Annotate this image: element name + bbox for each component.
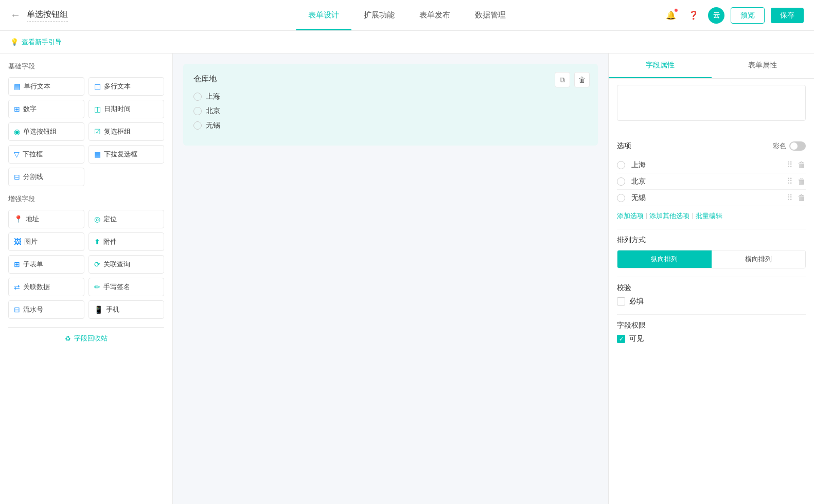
field-subtable[interactable]: ⊞ 子表单	[8, 255, 84, 274]
field-handwriting[interactable]: ✏ 手写签名	[89, 278, 165, 296]
main-layout: 基础字段 ▤ 单行文本 ▥ 多行文本 ⊞ 数字 ◫ 日期时间 ◉ 单选按钮组	[0, 53, 814, 504]
field-single-text[interactable]: ▤ 单行文本	[8, 77, 84, 96]
field-description-textarea[interactable]	[617, 85, 806, 121]
field-location[interactable]: ◎ 定位	[89, 210, 165, 228]
subtable-icon: ⊞	[14, 260, 20, 268]
option-radio-0[interactable]	[617, 161, 625, 169]
radio-circle-1[interactable]	[193, 107, 202, 115]
field-dropdown[interactable]: ▽ 下拉框	[8, 145, 84, 164]
field-checkbox[interactable]: ☑ 复选框组	[89, 122, 165, 141]
drag-handle-1[interactable]: ⠿	[787, 176, 793, 186]
location-label: 定位	[103, 214, 117, 224]
mobile-icon: 📱	[94, 305, 103, 314]
delete-option-0[interactable]: 🗑	[798, 160, 806, 170]
radio-circle-0[interactable]	[193, 93, 202, 101]
sort-horizontal-button[interactable]: 横向排列	[712, 250, 806, 268]
drag-handle-0[interactable]: ⠿	[787, 160, 793, 170]
color-toggle[interactable]	[789, 141, 806, 151]
perm-label: 字段权限	[617, 321, 806, 330]
delete-option-1[interactable]: 🗑	[798, 177, 806, 186]
nav-data-mgmt[interactable]: 数据管理	[463, 0, 518, 30]
attachment-label: 附件	[103, 237, 117, 246]
datetime-label: 日期时间	[104, 104, 131, 114]
header: ← 单选按钮组 表单设计 扩展功能 表单发布 数据管理 🔔 ❓ 云 预览 保存	[0, 0, 814, 31]
field-address[interactable]: 📍 地址	[8, 210, 84, 228]
radio-option-0: 上海	[193, 92, 588, 101]
validate-section: 校验 必填	[617, 283, 806, 306]
drag-handle-2[interactable]: ⠿	[787, 193, 793, 203]
address-icon: 📍	[14, 215, 23, 223]
radio-option-label-1: 北京	[206, 106, 220, 116]
serial-label: 流水号	[23, 305, 43, 314]
single-text-icon: ▤	[14, 82, 21, 91]
sort-vertical-button[interactable]: 纵向排列	[617, 250, 712, 268]
user-avatar[interactable]: 云	[708, 7, 724, 24]
handwriting-label: 手写签名	[103, 282, 130, 292]
radio-circle-2[interactable]	[193, 121, 202, 130]
required-row: 必填	[617, 297, 806, 306]
save-button[interactable]: 保存	[771, 8, 804, 23]
multi-text-label: 多行文本	[104, 82, 131, 91]
nav-extend[interactable]: 扩展功能	[351, 0, 407, 30]
option-text-2[interactable]: 无锡	[629, 193, 783, 203]
datetime-icon: ◫	[94, 105, 101, 113]
divider-3	[617, 277, 806, 277]
guide-link-text[interactable]: 查看新手引导	[22, 38, 62, 47]
field-related-data[interactable]: ⇄ 关联数据	[8, 278, 84, 296]
number-label: 数字	[23, 104, 37, 114]
back-button[interactable]: ←	[10, 9, 21, 21]
field-attachment[interactable]: ⬆ 附件	[89, 232, 165, 251]
field-image[interactable]: 🖼 图片	[8, 232, 84, 251]
preview-button[interactable]: 预览	[731, 7, 765, 24]
single-text-label: 单行文本	[24, 82, 50, 91]
radio-label: 单选按钮组	[23, 127, 57, 136]
field-radio[interactable]: ◉ 单选按钮组	[8, 122, 84, 141]
tab-field-properties[interactable]: 字段属性	[609, 53, 712, 78]
perm-section: 字段权限 可见	[617, 321, 806, 344]
sep-1: |	[646, 211, 647, 221]
field-serial[interactable]: ⊟ 流水号	[8, 300, 84, 319]
batch-edit-link[interactable]: 批量编辑	[696, 211, 722, 221]
option-radio-2[interactable]	[617, 194, 625, 202]
add-option-link[interactable]: 添加选项	[617, 211, 644, 221]
field-multi-text[interactable]: ▥ 多行文本	[89, 77, 165, 96]
help-icon[interactable]: ❓	[685, 7, 702, 24]
copy-field-button[interactable]: ⧉	[555, 72, 570, 87]
radio-option-2: 无锡	[193, 121, 588, 130]
required-checkbox[interactable]	[617, 297, 625, 305]
field-mobile[interactable]: 📱 手机	[89, 300, 165, 319]
option-text-0[interactable]: 上海	[629, 160, 783, 170]
related-query-icon: ⟳	[94, 260, 100, 268]
checkbox-label: 复选框组	[104, 127, 131, 136]
radio-icon: ◉	[14, 128, 20, 136]
recycle-bin[interactable]: ♻ 字段回收站	[8, 327, 164, 349]
option-row-2: 无锡 ⠿ 🗑	[617, 190, 806, 206]
related-data-label: 关联数据	[23, 282, 50, 292]
nav-publish[interactable]: 表单发布	[407, 0, 463, 30]
option-row-1: 北京 ⠿ 🗑	[617, 173, 806, 190]
page-title: 单选按钮组	[27, 9, 68, 22]
validate-label: 校验	[617, 283, 806, 293]
right-panel: 字段属性 表单属性 选项 彩色 上海 ⠿ 🗑	[608, 53, 814, 504]
delete-field-button[interactable]: 🗑	[574, 72, 590, 87]
field-divider[interactable]: ⊟ 分割线	[8, 168, 84, 186]
options-actions: 添加选项 | 添加其他选项 | 批量编辑	[617, 211, 806, 221]
checkbox-icon: ☑	[94, 128, 101, 136]
field-number[interactable]: ⊞ 数字	[8, 100, 84, 118]
multi-text-icon: ▥	[94, 82, 101, 91]
notification-icon[interactable]: 🔔	[663, 7, 679, 24]
nav-form-design[interactable]: 表单设计	[296, 0, 351, 30]
field-related-query[interactable]: ⟳ 关联查询	[89, 255, 165, 274]
field-multi-dropdown[interactable]: ▦ 下拉复选框	[89, 145, 165, 164]
visible-checkbox[interactable]	[617, 335, 625, 343]
guide-link[interactable]: 💡 查看新手引导	[10, 38, 62, 47]
add-other-option-link[interactable]: 添加其他选项	[649, 211, 689, 221]
field-datetime[interactable]: ◫ 日期时间	[89, 100, 165, 118]
tab-form-properties[interactable]: 表单属性	[712, 53, 815, 78]
radio-option-label-2: 无锡	[206, 121, 220, 130]
sort-section: 排列方式 纵向排列 横向排列	[617, 236, 806, 268]
visible-row: 可见	[617, 334, 806, 344]
option-radio-1[interactable]	[617, 177, 625, 186]
option-text-1[interactable]: 北京	[629, 177, 783, 186]
delete-option-2[interactable]: 🗑	[798, 193, 806, 203]
